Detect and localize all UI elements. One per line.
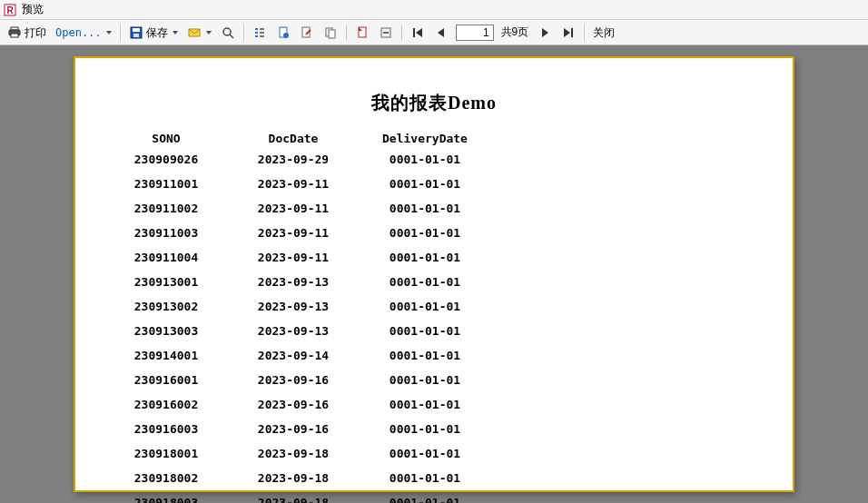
- cell-docdate: 2023-09-13: [230, 275, 357, 289]
- svg-marker-29: [542, 28, 548, 37]
- close-label: 关闭: [593, 27, 615, 38]
- remove-page-button[interactable]: [375, 24, 397, 42]
- svg-marker-30: [564, 28, 570, 37]
- chevron-down-icon: [106, 31, 112, 35]
- next-page-button[interactable]: [534, 24, 556, 42]
- separator: [346, 25, 347, 41]
- cell-docdate: 2023-09-18: [230, 471, 357, 485]
- cell-delivery: 0001-01-01: [357, 349, 493, 362]
- table-row: 2309130032023-09-130001-01-01: [103, 324, 765, 338]
- edit-page-button[interactable]: [296, 24, 318, 42]
- svg-rect-7: [133, 34, 139, 37]
- svg-rect-22: [329, 30, 335, 38]
- cell-sono: 230918002: [103, 471, 230, 485]
- table-row: 2309140012023-09-140001-01-01: [103, 349, 765, 362]
- copy-page-button[interactable]: [320, 24, 341, 42]
- cell-sono: 230918001: [103, 447, 230, 460]
- cell-docdate: 2023-09-13: [230, 300, 357, 313]
- window-title: 预览: [22, 2, 44, 17]
- separator: [401, 25, 402, 41]
- cell-delivery: 0001-01-01: [357, 300, 493, 313]
- report-title: 我的报表Demo: [103, 91, 765, 115]
- cell-delivery: 0001-01-01: [357, 153, 493, 166]
- col-sono: SONO: [103, 132, 230, 145]
- svg-marker-28: [438, 28, 444, 37]
- svg-marker-27: [416, 28, 422, 37]
- prev-icon: [434, 25, 449, 40]
- page-gear-icon: [276, 25, 291, 40]
- print-button[interactable]: 打印: [4, 24, 50, 42]
- table-row: 2309180032023-09-180001-01-01: [103, 496, 765, 503]
- outline-button[interactable]: [249, 24, 271, 42]
- mail-button[interactable]: [183, 24, 215, 42]
- page-total-label: 共9页: [498, 25, 533, 40]
- cell-delivery: 0001-01-01: [357, 202, 493, 215]
- outline-icon: [252, 25, 267, 40]
- preview-workspace[interactable]: 我的报表Demo SONO DocDate DeliveryDate 23090…: [0, 45, 868, 503]
- last-icon: [561, 25, 576, 40]
- separator: [120, 25, 121, 41]
- open-label: Open...: [55, 27, 102, 38]
- table-row: 2309180012023-09-180001-01-01: [103, 447, 765, 460]
- search-button[interactable]: [217, 24, 239, 42]
- floppy-icon: [129, 25, 143, 40]
- save-button[interactable]: 保存: [125, 24, 182, 42]
- mail-icon: [187, 25, 202, 40]
- cell-docdate: 2023-09-16: [230, 398, 357, 411]
- save-label: 保存: [146, 27, 168, 38]
- cell-delivery: 0001-01-01: [357, 275, 493, 289]
- cell-docdate: 2023-09-16: [230, 422, 357, 436]
- page-icon: [355, 25, 370, 40]
- cell-docdate: 2023-09-11: [230, 177, 357, 191]
- close-button[interactable]: 关闭: [589, 25, 618, 40]
- cell-sono: 230918003: [103, 496, 230, 503]
- svg-point-9: [223, 28, 231, 35]
- cell-docdate: 2023-09-29: [230, 153, 357, 166]
- separator: [584, 25, 585, 41]
- cell-delivery: 0001-01-01: [357, 373, 493, 387]
- report-table: SONO DocDate DeliveryDate 2309090262023-…: [103, 132, 765, 503]
- page-minus-icon: [379, 25, 393, 40]
- svg-point-18: [283, 33, 289, 38]
- cell-sono: 230909026: [103, 153, 230, 166]
- cell-delivery: 0001-01-01: [357, 226, 493, 240]
- last-page-button[interactable]: [557, 24, 579, 42]
- cell-delivery: 0001-01-01: [357, 471, 493, 485]
- cell-sono: 230911004: [103, 251, 230, 264]
- cell-docdate: 2023-09-18: [230, 447, 357, 460]
- app-icon: R: [4, 4, 16, 16]
- table-row: 2309110022023-09-110001-01-01: [103, 202, 765, 215]
- cell-docdate: 2023-09-13: [230, 324, 357, 338]
- next-icon: [538, 25, 552, 40]
- cell-sono: 230916002: [103, 398, 230, 411]
- table-row: 2309160032023-09-160001-01-01: [103, 422, 765, 436]
- svg-text:R: R: [6, 5, 14, 15]
- first-page-button[interactable]: [407, 24, 429, 42]
- cell-delivery: 0001-01-01: [357, 251, 493, 264]
- open-button[interactable]: Open...: [52, 25, 115, 40]
- cell-docdate: 2023-09-14: [230, 349, 357, 362]
- svg-rect-6: [133, 28, 140, 32]
- search-icon: [221, 25, 235, 40]
- separator: [243, 25, 244, 41]
- new-page-button[interactable]: [351, 24, 373, 42]
- cell-docdate: 2023-09-18: [230, 496, 357, 503]
- report-page: 我的报表Demo SONO DocDate DeliveryDate 23090…: [74, 56, 794, 492]
- page-setup-button[interactable]: [272, 24, 294, 42]
- cell-sono: 230913003: [103, 324, 230, 338]
- page-number-input[interactable]: [456, 25, 494, 41]
- cell-sono: 230913001: [103, 275, 230, 289]
- table-row: 2309130022023-09-130001-01-01: [103, 300, 765, 313]
- printer-icon: [7, 25, 22, 40]
- cell-sono: 230914001: [103, 349, 230, 362]
- table-header: SONO DocDate DeliveryDate: [103, 132, 765, 145]
- cell-delivery: 0001-01-01: [357, 447, 493, 460]
- col-delivery: DeliveryDate: [357, 132, 493, 145]
- table-row: 2309160022023-09-160001-01-01: [103, 398, 765, 411]
- print-label: 打印: [25, 27, 46, 38]
- cell-delivery: 0001-01-01: [357, 422, 493, 436]
- cell-delivery: 0001-01-01: [357, 324, 493, 338]
- first-icon: [410, 25, 425, 40]
- prev-page-button[interactable]: [430, 24, 452, 42]
- titlebar: R 预览: [0, 0, 868, 20]
